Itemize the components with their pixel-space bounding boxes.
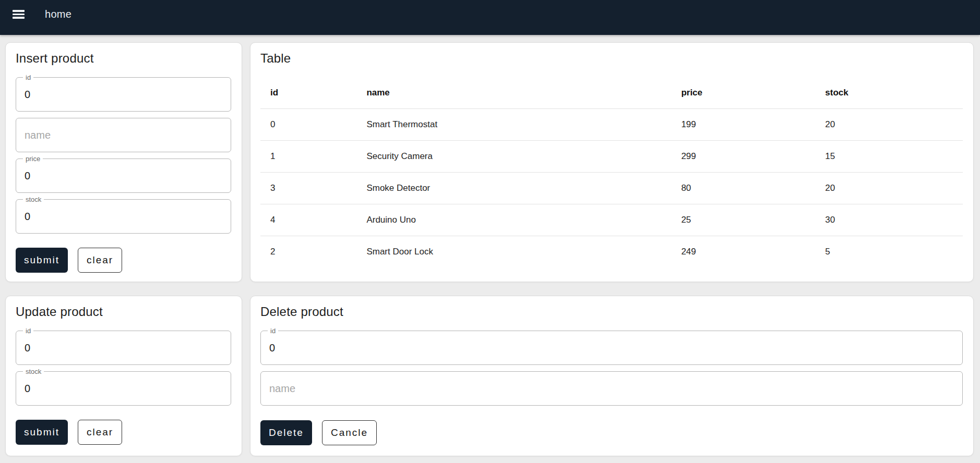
update-id-input[interactable] — [16, 331, 231, 364]
insert-card-title: Insert product — [16, 50, 231, 67]
delete-button-row: Delete Cancle — [260, 420, 963, 445]
cell-id: 3 — [260, 172, 356, 204]
table-card: Table id name price stock 0 Smart Thermo… — [250, 42, 974, 282]
delete-button[interactable]: Delete — [260, 420, 312, 445]
cell-id: 0 — [260, 108, 356, 140]
insert-price-input[interactable] — [16, 159, 231, 192]
cell-stock: 15 — [815, 140, 963, 172]
insert-price-label: price — [23, 154, 43, 163]
table-row: 1 Security Camera 299 15 — [260, 140, 963, 172]
delete-card-title: Delete product — [260, 303, 963, 320]
insert-id-input[interactable] — [16, 78, 231, 111]
update-product-card: Update product id stock submit clear — [5, 296, 242, 456]
update-stock-input[interactable] — [16, 372, 231, 405]
cell-price: 199 — [671, 108, 815, 140]
insert-stock-field: stock — [16, 199, 231, 234]
cell-stock: 30 — [815, 204, 963, 236]
delete-product-card: Delete product id Delete Cancle — [250, 296, 974, 456]
insert-id-label: id — [23, 73, 33, 82]
menu-bar — [13, 10, 25, 11]
main-content: Insert product id price stock submit cle… — [0, 35, 980, 462]
column-header-stock: stock — [815, 77, 963, 108]
insert-stock-input[interactable] — [16, 200, 231, 233]
cell-price: 249 — [671, 236, 815, 267]
update-button-row: submit clear — [16, 420, 231, 445]
column-header-price: price — [671, 77, 815, 108]
update-id-label: id — [23, 326, 33, 335]
cell-id: 2 — [260, 236, 356, 267]
table-header-row: id name price stock — [260, 77, 963, 108]
update-stock-field: stock — [16, 371, 231, 406]
insert-submit-button[interactable]: submit — [16, 248, 68, 273]
cell-name: Arduino Uno — [356, 204, 671, 236]
insert-stock-label: stock — [23, 195, 44, 204]
hamburger-menu-icon[interactable] — [13, 7, 28, 22]
page-title: home — [45, 8, 71, 20]
cell-price: 299 — [671, 140, 815, 172]
table-row: 2 Smart Door Lock 249 5 — [260, 236, 963, 267]
cell-name: Smart Thermostat — [356, 108, 671, 140]
table-row: 3 Smoke Detector 80 20 — [260, 172, 963, 204]
menu-bar — [13, 17, 25, 18]
delete-id-field: id — [260, 331, 963, 365]
cell-stock: 20 — [815, 172, 963, 204]
cancel-button[interactable]: Cancle — [322, 420, 377, 445]
table-row: 4 Arduino Uno 25 30 — [260, 204, 963, 236]
cell-price: 80 — [671, 172, 815, 204]
insert-product-card: Insert product id price stock submit cle… — [5, 42, 242, 282]
insert-name-field — [16, 118, 231, 152]
cell-id: 4 — [260, 204, 356, 236]
delete-id-input[interactable] — [261, 331, 962, 364]
delete-id-label: id — [268, 326, 278, 335]
delete-name-input[interactable] — [261, 372, 962, 405]
insert-name-input[interactable] — [16, 118, 231, 152]
delete-name-field — [260, 371, 963, 406]
cell-stock: 20 — [815, 108, 963, 140]
insert-clear-button[interactable]: clear — [78, 248, 122, 273]
column-header-id: id — [260, 77, 356, 108]
insert-button-row: submit clear — [16, 248, 231, 273]
insert-price-field: price — [16, 159, 231, 193]
column-header-name: name — [356, 77, 671, 108]
cell-name: Security Camera — [356, 140, 671, 172]
update-submit-button[interactable]: submit — [16, 420, 68, 445]
table-card-title: Table — [260, 50, 963, 67]
table-row: 0 Smart Thermostat 199 20 — [260, 108, 963, 140]
cell-stock: 5 — [815, 236, 963, 267]
cell-price: 25 — [671, 204, 815, 236]
update-id-field: id — [16, 331, 231, 365]
insert-id-field: id — [16, 77, 231, 112]
products-table: id name price stock 0 Smart Thermostat 1… — [260, 77, 963, 267]
app-bar: home — [0, 0, 980, 35]
cell-id: 1 — [260, 140, 356, 172]
cell-name: Smart Door Lock — [356, 236, 671, 267]
update-clear-button[interactable]: clear — [78, 420, 122, 445]
menu-bar — [13, 14, 25, 15]
cell-name: Smoke Detector — [356, 172, 671, 204]
update-stock-label: stock — [23, 367, 44, 376]
update-card-title: Update product — [16, 303, 231, 320]
